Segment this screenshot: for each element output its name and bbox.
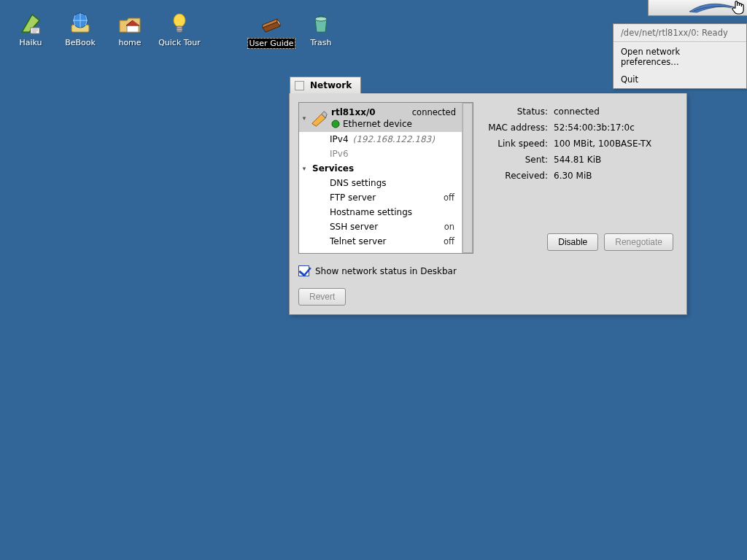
ipv4-address: (192.168.122.183)	[353, 134, 435, 144]
icon-label: home	[117, 38, 142, 47]
icon-label: Quick Tour	[157, 38, 202, 47]
menu-quit[interactable]: Quit	[614, 71, 746, 88]
show-status-label: Show network status in Deskbar	[315, 266, 457, 276]
network-status-menu: /dev/net/rtl81xx/0: Ready Open network p…	[613, 23, 747, 89]
expander[interactable]: ▾	[299, 165, 309, 172]
tree-item-services[interactable]: ▾ Services	[299, 161, 462, 176]
close-button[interactable]	[295, 81, 304, 90]
svg-point-6	[332, 120, 339, 128]
interface-type: Ethernet device	[343, 119, 412, 129]
svg-rect-4	[177, 26, 182, 32]
book-icon	[258, 10, 285, 36]
detail-value-recv: 6.30 MiB	[551, 168, 675, 184]
detail-label-sent: Sent:	[485, 152, 551, 168]
svg-point-5	[315, 17, 327, 21]
tree-item-telnet[interactable]: Telnet server off	[299, 234, 462, 249]
folder-home-icon	[117, 10, 143, 36]
desktop-icon-user-guide[interactable]: User Guide	[251, 10, 292, 49]
interface-row-rtl81xx[interactable]: ▾ rtl81xx/0 connected	[299, 103, 462, 132]
desktop-icon-trash[interactable]: Trash	[301, 10, 341, 49]
interfaces-list: ▾ rtl81xx/0 connected	[298, 102, 473, 254]
tree-item-ipv4[interactable]: IPv4 (192.168.122.183)	[299, 132, 462, 147]
window-tab[interactable]: Network	[290, 77, 361, 93]
tree-item-dns[interactable]: DNS settings	[299, 176, 462, 190]
interface-status-chip: connected	[412, 107, 459, 117]
tree-item-ipv6[interactable]: IPv6	[299, 147, 462, 161]
desktop-icon-bebook[interactable]: BeBook	[60, 10, 101, 49]
window-title: Network	[310, 80, 352, 90]
icon-label: BeBook	[63, 38, 97, 47]
show-status-checkbox-row[interactable]: Show network status in Deskbar	[298, 265, 678, 276]
interface-details: Status: connected MAC address: 52:54:00:…	[478, 102, 678, 254]
network-window: Network ▾ rtl81xx/0	[289, 93, 687, 315]
detail-value-sent: 544.81 KiB	[551, 152, 675, 168]
show-status-checkbox[interactable]	[298, 265, 309, 276]
icon-label: User Guide	[247, 38, 296, 49]
icon-label: Trash	[309, 38, 333, 47]
interface-name: rtl81xx/0	[331, 107, 376, 117]
detail-value-status: connected	[551, 104, 675, 120]
revert-button[interactable]: Revert	[298, 288, 346, 306]
ethernet-device-icon	[309, 109, 328, 128]
desktop-icon-haiku[interactable]: Haiku	[10, 10, 51, 49]
detail-label-link: Link speed:	[485, 136, 551, 152]
globe-book-icon	[67, 10, 93, 36]
tree-item-ssh[interactable]: SSH server on	[299, 219, 462, 234]
haiku-leaf-icon	[18, 10, 44, 36]
desktop-icon-quick-tour[interactable]: Quick Tour	[159, 10, 200, 49]
disable-button[interactable]: Disable	[547, 233, 598, 251]
deskbar[interactable]	[648, 0, 747, 16]
tree-item-ftp[interactable]: FTP server off	[299, 190, 462, 205]
menu-open-network-prefs[interactable]: Open network preferences…	[614, 43, 746, 71]
detail-value-link: 100 MBit, 100BASE-TX	[551, 136, 675, 152]
trash-icon	[308, 10, 334, 36]
lightbulb-icon	[166, 10, 193, 36]
scrollbar[interactable]	[462, 103, 473, 253]
detail-value-mac: 52:54:00:3b:17:0c	[551, 120, 675, 136]
desktop-icon-home[interactable]: home	[109, 10, 150, 49]
expander[interactable]: ▾	[299, 114, 309, 122]
scrollbar-thumb[interactable]	[462, 103, 473, 253]
desktop-icon-row: Haiku BeBook home Quick Tour User Guide …	[10, 10, 341, 49]
detail-label-recv: Received:	[485, 168, 551, 184]
status-dot-icon	[331, 120, 340, 128]
deskbar-leaf-icon	[686, 1, 745, 15]
icon-label: Haiku	[18, 38, 43, 47]
svg-point-3	[174, 14, 185, 27]
renegotiate-button[interactable]: Renegotiate	[604, 233, 673, 251]
detail-label-mac: MAC address:	[485, 120, 551, 136]
menu-status-header: /dev/net/rtl81xx/0: Ready	[614, 24, 746, 42]
tree-item-hostname[interactable]: Hostname settings	[299, 205, 462, 219]
detail-label-status: Status:	[485, 104, 551, 120]
